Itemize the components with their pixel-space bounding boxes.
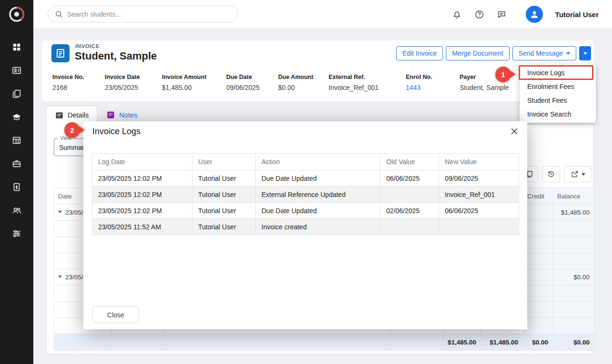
col-log-date: Log Date bbox=[92, 154, 192, 170]
invoice-kicker: INVOICE bbox=[75, 43, 100, 49]
sidebar-icon-courses[interactable] bbox=[11, 112, 22, 122]
totals-paid: $1,485.00 bbox=[481, 334, 523, 351]
search-icon bbox=[55, 10, 63, 18]
more-actions-button[interactable] bbox=[579, 46, 591, 60]
log-row: 23/05/2025 11:52 AM Tutorial User Invoic… bbox=[92, 219, 519, 235]
sidebar-icon-finance[interactable] bbox=[11, 182, 22, 192]
col-old-value: Old Value bbox=[381, 154, 439, 170]
annotation-step-1: 1 bbox=[495, 67, 511, 82]
invoice-title: Student, Sample bbox=[75, 50, 157, 62]
log-header-row: Log Date User Action Old Value New Value bbox=[92, 154, 519, 170]
sidebar-icon-dashboard[interactable] bbox=[11, 42, 22, 52]
details-icon bbox=[55, 111, 64, 120]
topbar-actions: Tutorial User bbox=[452, 0, 599, 29]
col-user: User bbox=[192, 154, 256, 170]
field-invoice-date: Invoice Date 23/05/2025 bbox=[105, 74, 140, 91]
caret-down-icon bbox=[583, 52, 587, 57]
collapse-caret-icon[interactable] bbox=[58, 211, 62, 215]
caret-down-icon bbox=[566, 52, 570, 57]
collapse-caret-icon[interactable] bbox=[58, 275, 62, 280]
export-icon bbox=[571, 170, 579, 178]
field-invoice-amount: Invoice Amount $1,485.00 bbox=[162, 74, 206, 91]
ledger-balance-cell: $0.00 bbox=[553, 269, 595, 285]
app-window: Tutorial User INVOICE Student, Sample Ed… bbox=[0, 0, 612, 364]
topbar: Tutorial User bbox=[33, 0, 612, 29]
person-icon bbox=[529, 9, 540, 20]
sidebar-icon-settings-sliders[interactable] bbox=[11, 228, 22, 239]
totals-amount: $1,485.00 bbox=[444, 334, 481, 351]
tab-details-label: Details bbox=[68, 111, 89, 119]
ledger-header-credit: Credit bbox=[523, 188, 553, 205]
sidebar bbox=[0, 0, 33, 364]
log-row: 23/05/2025 12:02 PM Tutorial User Extern… bbox=[92, 187, 519, 203]
send-message-button[interactable]: Send Message bbox=[512, 46, 576, 60]
user-name: Tutorial User bbox=[555, 10, 599, 19]
totals-balance: $0.00 bbox=[553, 334, 595, 351]
enrol-no-link[interactable]: 1443 bbox=[406, 84, 432, 91]
log-row: 23/05/2025 12:02 PM Tutorial User Due Da… bbox=[92, 203, 519, 219]
menu-item-invoice-logs[interactable]: Invoice Logs bbox=[520, 66, 596, 80]
edit-invoice-button[interactable]: Edit Invoice bbox=[396, 46, 443, 60]
field-invoice-no: Invoice No. 2168 bbox=[52, 74, 84, 91]
sidebar-icon-community[interactable] bbox=[11, 205, 22, 216]
sidebar-icon-briefcase[interactable] bbox=[11, 158, 22, 169]
menu-item-enrolment-fees[interactable]: Enrolment Fees bbox=[520, 80, 596, 94]
sidebar-icon-documents[interactable] bbox=[11, 89, 22, 99]
field-enrol-no: Enrol No. 1443 bbox=[406, 74, 432, 91]
invoice-logs-table: Log Date User Action Old Value New Value… bbox=[92, 153, 519, 235]
sidebar-icon-contacts[interactable] bbox=[11, 65, 22, 76]
help-icon[interactable] bbox=[474, 10, 484, 20]
notifications-bell-icon[interactable] bbox=[452, 10, 462, 20]
modal-close-button[interactable]: Close bbox=[92, 306, 139, 323]
menu-item-invoice-search[interactable]: Invoice Search bbox=[520, 108, 596, 121]
log-row: 23/05/2025 12:02 PM Tutorial User Due Da… bbox=[92, 170, 519, 187]
invoice-actions: Edit Invoice Merge Document Send Message bbox=[396, 46, 591, 60]
totals-credit: $0.00 bbox=[523, 334, 553, 351]
user-avatar[interactable] bbox=[526, 6, 543, 23]
send-message-menu: Invoice Logs Enrolment Fees Student Fees… bbox=[520, 65, 596, 123]
sidebar-icon-tables[interactable] bbox=[11, 135, 22, 146]
ledger-totals-row: $1,485.00 $1,485.00 $0.00 $0.00 bbox=[54, 334, 595, 351]
caret-down-icon bbox=[582, 173, 585, 177]
col-action: Action bbox=[256, 154, 381, 170]
history-icon bbox=[547, 170, 555, 178]
app-logo[interactable] bbox=[0, 0, 33, 29]
send-message-label: Send Message bbox=[519, 49, 563, 57]
tab-notes-label: Notes bbox=[119, 111, 137, 119]
invoice-logs-modal: Invoice Logs Log Date User Action Old Va… bbox=[83, 121, 527, 329]
field-external-ref: External Ref. Invoice_Ref_001 bbox=[329, 74, 379, 91]
menu-item-student-fees[interactable]: Student Fees bbox=[520, 94, 596, 108]
ledger-header-balance: Balance bbox=[553, 188, 595, 205]
col-new-value: New Value bbox=[439, 154, 519, 170]
merge-document-button[interactable]: Merge Document bbox=[446, 46, 509, 60]
sidebar-nav bbox=[0, 29, 33, 239]
search-box[interactable] bbox=[48, 6, 238, 22]
search-input[interactable] bbox=[67, 10, 231, 18]
close-icon[interactable] bbox=[510, 127, 519, 136]
chat-icon[interactable] bbox=[497, 10, 507, 20]
field-due-date: Due Date 09/06/2025 bbox=[226, 74, 260, 91]
ledger-balance-cell: $1,485.00 bbox=[553, 205, 595, 221]
history-button[interactable] bbox=[542, 166, 560, 182]
annotation-step-2: 2 bbox=[64, 122, 80, 138]
logo-emblem-icon bbox=[7, 5, 26, 24]
modal-title: Invoice Logs bbox=[92, 127, 140, 137]
invoice-icon bbox=[51, 44, 70, 62]
notes-icon bbox=[106, 110, 115, 119]
export-button[interactable] bbox=[564, 166, 592, 182]
ledger-toolbar bbox=[520, 166, 592, 182]
field-due-amount: Due Amount $0.00 bbox=[278, 74, 313, 91]
